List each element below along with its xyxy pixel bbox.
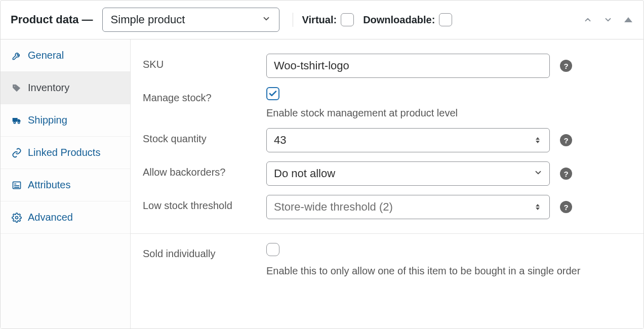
attributes-icon [12, 180, 22, 190]
divider-vertical [293, 13, 293, 27]
sidebar-item-label: Attributes [28, 179, 70, 191]
svg-point-0 [14, 86, 15, 87]
downloadable-label: Downloadable: [363, 14, 435, 26]
virtual-label: Virtual: [302, 14, 337, 26]
chevron-down-icon [262, 13, 271, 26]
quantity-stepper[interactable] [536, 134, 545, 147]
sidebar-item-label: Advanced [28, 212, 73, 223]
sidebar-item-label: Shipping [28, 114, 67, 126]
sidebar: General Inventory Shipping Linked Produc… [1, 39, 131, 328]
svg-rect-6 [14, 185, 19, 186]
sidebar-item-label: Linked Products [28, 147, 100, 158]
collapse-toggle[interactable] [623, 15, 633, 25]
sold-individually-checkbox[interactable] [266, 243, 279, 256]
label-backorders: Allow backorders? [143, 161, 266, 178]
stepper-down-icon[interactable] [536, 141, 540, 143]
row-backorders: Allow backorders? Do not allow ? [131, 152, 643, 186]
help-icon[interactable]: ? [560, 168, 572, 180]
row-sku: SKU ? [131, 39, 643, 78]
sidebar-tab-inventory[interactable]: Inventory [1, 72, 130, 104]
downloadable-group: Downloadable: [363, 13, 452, 26]
panel-title: Product data — [11, 13, 93, 26]
svg-point-8 [16, 216, 18, 219]
sidebar-tab-general[interactable]: General [1, 39, 130, 72]
help-icon[interactable]: ? [560, 201, 572, 213]
low-stock-input[interactable] [266, 195, 550, 219]
sidebar-tab-linked[interactable]: Linked Products [1, 137, 130, 169]
move-down-button[interactable] [603, 15, 613, 25]
link-icon [12, 148, 22, 158]
backorders-value: Do not allow [274, 167, 335, 180]
stepper-up-icon[interactable] [536, 204, 540, 207]
manage-stock-desc: Enable stock management at product level [266, 107, 631, 119]
low-stock-stepper[interactable] [536, 200, 545, 214]
help-icon[interactable]: ? [560, 60, 572, 72]
gear-icon [12, 213, 22, 223]
backorders-select[interactable]: Do not allow [266, 161, 550, 186]
svg-point-3 [18, 121, 20, 123]
label-sold-individually: Sold individually [143, 243, 266, 260]
row-stock-quantity: Stock quantity ? [131, 119, 643, 152]
svg-rect-7 [14, 187, 19, 188]
manage-stock-checkbox[interactable] [266, 87, 279, 100]
stock-quantity-input[interactable] [266, 128, 550, 152]
sidebar-item-label: General [28, 50, 64, 61]
truck-icon [12, 115, 22, 126]
row-manage-stock: Manage stock? Enable stock management at… [131, 78, 643, 119]
stepper-up-icon[interactable] [536, 137, 540, 140]
row-low-stock: Low stock threshold ? [131, 186, 643, 219]
panel-body: General Inventory Shipping Linked Produc… [1, 39, 643, 328]
wrench-icon [12, 51, 22, 61]
tag-icon [12, 83, 22, 93]
sidebar-tab-attributes[interactable]: Attributes [1, 169, 130, 201]
content-area: SKU ? Manage stock? Enable stock managem… [131, 39, 643, 328]
sidebar-item-label: Inventory [28, 82, 69, 94]
svg-rect-1 [13, 118, 18, 122]
svg-point-2 [14, 121, 15, 123]
move-up-button[interactable] [583, 15, 593, 25]
downloadable-checkbox[interactable] [439, 13, 452, 26]
label-stock-quantity: Stock quantity [143, 128, 266, 145]
svg-rect-5 [14, 183, 16, 184]
panel-controls [583, 15, 633, 25]
sku-input[interactable] [266, 54, 550, 78]
sidebar-tab-shipping[interactable]: Shipping [1, 104, 130, 137]
sold-individually-desc: Enable this to only allow one of this it… [266, 265, 631, 277]
product-type-select[interactable]: Simple product [102, 8, 279, 32]
product-type-value: Simple product [111, 13, 185, 26]
sidebar-tab-advanced[interactable]: Advanced [1, 201, 130, 234]
virtual-group: Virtual: [302, 13, 354, 26]
label-manage-stock: Manage stock? [143, 87, 266, 104]
row-sold-individually: Sold individually Enable this to only al… [131, 234, 643, 277]
chevron-down-icon [534, 168, 543, 179]
stepper-down-icon[interactable] [536, 208, 540, 210]
virtual-checkbox[interactable] [341, 13, 354, 26]
panel-header: Product data — Simple product Virtual: D… [1, 1, 643, 39]
help-icon[interactable]: ? [560, 134, 572, 146]
label-low-stock: Low stock threshold [143, 195, 266, 212]
label-sku: SKU [143, 54, 266, 70]
product-data-panel: Product data — Simple product Virtual: D… [0, 0, 644, 329]
